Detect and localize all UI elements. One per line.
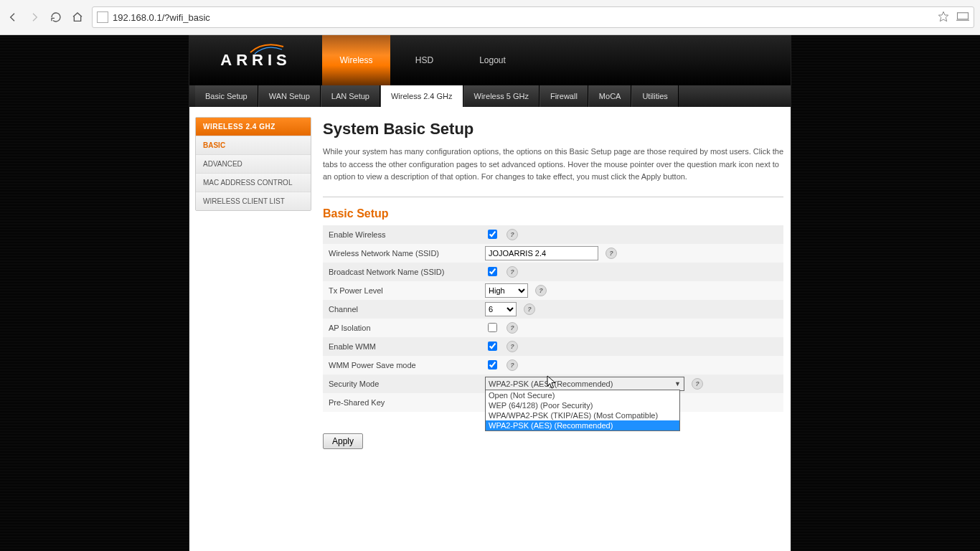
back-button[interactable]	[6, 10, 20, 24]
main-content: System Basic Setup While your system has…	[323, 117, 783, 449]
sidebar-item-advanced[interactable]: ADVANCED	[196, 154, 311, 173]
option-wpa-mixed[interactable]: WPA/WPA2-PSK (TKIP/AES) (Most Compatible…	[486, 410, 679, 420]
select-tx-power[interactable]: High	[485, 283, 528, 298]
url-text: 192.168.0.1/?wifi_basic	[113, 12, 933, 23]
bookmark-star-icon[interactable]	[938, 11, 949, 24]
device-icon[interactable]	[956, 11, 969, 24]
sidebar-item-basic[interactable]: BASIC	[196, 136, 311, 154]
security-mode-value: WPA2-PSK (AES) (Recommended)	[489, 380, 613, 388]
checkbox-enable-wmm[interactable]	[488, 342, 497, 351]
chevron-down-icon: ▼	[674, 380, 681, 387]
label-broadcast-ssid: Broadcast Network Name (SSID)	[329, 268, 485, 276]
page-icon	[97, 11, 108, 23]
home-button[interactable]	[70, 10, 85, 24]
help-icon[interactable]: ?	[507, 322, 518, 334]
security-mode-dropdown: Open (Not Secure) WEP (64/128) (Poor Sec…	[485, 390, 680, 431]
tab-wireless-24[interactable]: Wireless 2.4 GHz	[380, 85, 463, 107]
option-wpa2[interactable]: WPA2-PSK (AES) (Recommended)	[486, 420, 679, 430]
settings-rows: Enable Wireless ? Wireless Network Name …	[323, 225, 783, 412]
nav-wireless[interactable]: Wireless	[322, 35, 390, 85]
sidebar: WIRELESS 2.4 GHZ BASIC ADVANCED MAC ADDR…	[195, 117, 311, 211]
help-icon[interactable]: ?	[507, 341, 518, 352]
page-title: System Basic Setup	[323, 120, 783, 138]
label-enable-wmm: Enable WMM	[329, 342, 485, 351]
svg-marker-0	[938, 11, 948, 21]
label-security-mode: Security Mode	[329, 380, 485, 388]
label-ap-isolation: AP Isolation	[329, 324, 485, 332]
label-ssid: Wireless Network Name (SSID)	[329, 249, 485, 258]
top-nav: Wireless HSD Logout	[322, 35, 527, 85]
sidebar-item-clients[interactable]: WIRELESS CLIENT LIST	[196, 192, 311, 210]
nav-logout[interactable]: Logout	[458, 35, 527, 85]
tab-moca[interactable]: MoCA	[588, 85, 632, 107]
page-backdrop: ARRIS Wireless HSD Logout Basic Setup WA…	[0, 35, 980, 551]
apply-button[interactable]: Apply	[323, 433, 363, 449]
help-icon[interactable]: ?	[692, 378, 703, 390]
tab-utilities[interactable]: Utilities	[631, 85, 678, 107]
tab-wan-setup[interactable]: WAN Setup	[258, 85, 321, 107]
nav-hsd[interactable]: HSD	[390, 35, 458, 85]
help-icon[interactable]: ?	[507, 229, 518, 240]
label-enable-wireless: Enable Wireless	[329, 230, 485, 239]
browser-toolbar: 192.168.0.1/?wifi_basic	[0, 0, 980, 35]
input-ssid[interactable]	[485, 246, 598, 260]
option-wep[interactable]: WEP (64/128) (Poor Security)	[486, 400, 679, 410]
tab-lan-setup[interactable]: LAN Setup	[321, 85, 380, 107]
forward-button[interactable]	[27, 10, 42, 24]
tab-wireless-5[interactable]: Wireless 5 GHz	[463, 85, 540, 107]
page-intro: While your system has many configuration…	[323, 146, 783, 197]
checkbox-ap-isolation[interactable]	[488, 323, 497, 332]
reload-button[interactable]	[49, 10, 63, 24]
header: ARRIS Wireless HSD Logout	[189, 35, 791, 85]
option-open[interactable]: Open (Not Secure)	[486, 390, 679, 400]
address-bar[interactable]: 192.168.0.1/?wifi_basic	[92, 6, 974, 28]
brand-logo: ARRIS	[189, 35, 322, 85]
checkbox-enable-wireless[interactable]	[488, 230, 497, 239]
section-heading: Basic Setup	[323, 207, 783, 220]
sidebar-header: WIRELESS 2.4 GHZ	[196, 118, 311, 136]
label-pre-shared-key: Pre-Shared Key	[329, 398, 485, 407]
help-icon[interactable]: ?	[507, 359, 518, 371]
tab-firewall[interactable]: Firewall	[540, 85, 588, 107]
label-channel: Channel	[329, 305, 485, 314]
select-security-mode[interactable]: WPA2-PSK (AES) (Recommended) ▼	[485, 377, 684, 391]
select-channel[interactable]: 6	[485, 302, 517, 316]
checkbox-wmm-power-save[interactable]	[488, 360, 497, 369]
help-icon[interactable]: ?	[535, 285, 547, 296]
help-icon[interactable]: ?	[524, 303, 535, 315]
tab-basic-setup[interactable]: Basic Setup	[195, 85, 258, 107]
svg-rect-1	[958, 12, 969, 19]
help-icon[interactable]: ?	[507, 266, 518, 278]
sub-nav: Basic Setup WAN Setup LAN Setup Wireless…	[189, 85, 791, 107]
label-wmm-power-save: WMM Power Save mode	[329, 361, 485, 369]
sidebar-item-mac[interactable]: MAC ADDRESS CONTROL	[196, 173, 311, 192]
checkbox-broadcast-ssid[interactable]	[488, 267, 497, 276]
help-icon[interactable]: ?	[606, 248, 617, 259]
label-tx-power: Tx Power Level	[329, 286, 485, 295]
router-admin-panel: ARRIS Wireless HSD Logout Basic Setup WA…	[189, 35, 791, 551]
